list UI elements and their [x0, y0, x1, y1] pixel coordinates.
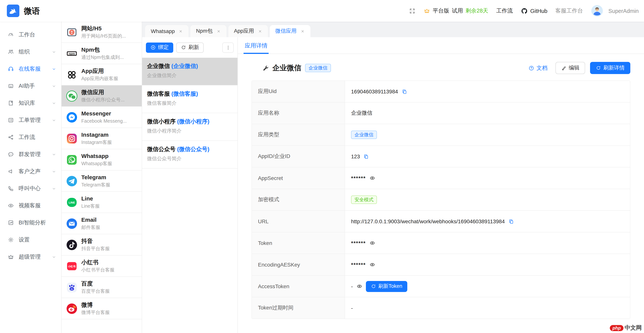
close-icon[interactable] [178, 29, 183, 33]
refresh-list-button[interactable]: 刷新 [176, 42, 204, 53]
doc-link[interactable]: 文档 [528, 64, 548, 72]
channel-item-npm[interactable]: npmNpm包通过Npm包集成到... [62, 43, 142, 64]
channel-name: Npm包 [81, 46, 124, 53]
sidebar-item-gear[interactable]: 设置 [0, 231, 61, 248]
copy-icon[interactable] [364, 154, 369, 159]
channel-item-appgrid[interactable]: App应用App应用内嵌客服 [62, 64, 142, 85]
sidebar-item-chart[interactable]: BI智能分析 [0, 214, 61, 231]
instance-item[interactable]: 微信客服 (微信客服)微信客服简介 [142, 85, 238, 113]
row-label: AccessToken [252, 276, 345, 297]
channel-item-weibo[interactable]: 微博微博平台客服 [62, 298, 142, 319]
tab-label: App应用 [234, 28, 254, 34]
plan-info[interactable]: 平台版 试用 剩余28天 [424, 7, 488, 14]
row-value: 1690460389113984 [351, 88, 398, 94]
book-icon [8, 100, 14, 106]
channel-item-xiaohongshu[interactable]: 小红书小红书小红书平台客服 [62, 256, 142, 277]
github-icon [521, 7, 528, 14]
refresh-token-button[interactable]: 刷新Token [366, 281, 407, 292]
sidebar-item-crown[interactable]: 超级管理 [0, 248, 61, 265]
avatar[interactable] [591, 4, 603, 17]
sidebar-item-eye[interactable]: 视频客服 [0, 197, 61, 214]
channel-desc: 抖音平台客服 [81, 246, 110, 252]
bind-button[interactable]: 绑定 [146, 42, 173, 53]
github-link[interactable]: GitHub [521, 7, 547, 14]
tab-label: Npm包 [196, 28, 212, 34]
channel-text: WhatsappWhatsapp客服 [81, 153, 112, 167]
channel-item-telegram[interactable]: TelegramTelegram客服 [62, 170, 142, 192]
channel-name: 网站/H5 [81, 25, 126, 32]
channel-item-douyin[interactable]: 抖音抖音平台客服 [62, 234, 142, 256]
weibo-icon [66, 303, 78, 314]
channel-item-messenger[interactable]: MessengerFacebook Messeng... [62, 107, 142, 128]
sidebar-item-dashboard[interactable]: 工作台 [0, 26, 61, 43]
channel-text: 微博微博平台客服 [81, 302, 110, 316]
fullscreen-icon[interactable] [409, 7, 416, 14]
row-label: 应用类型 [252, 124, 345, 145]
eye-view-icon[interactable] [369, 175, 375, 181]
sidebar-item-label: 视频客服 [18, 202, 41, 209]
instance-item[interactable]: 企业微信 (企业微信)企业微信简介 [142, 58, 238, 85]
sidebar-item-headset[interactable]: 在线客服 [0, 60, 61, 77]
refresh-detail-button[interactable]: 刷新详情 [590, 62, 630, 74]
kebab-icon [225, 45, 231, 50]
dashboard-icon [8, 31, 14, 38]
tab-2[interactable]: Npm包 [190, 25, 226, 37]
refresh-detail-label: 刷新详情 [603, 64, 624, 71]
channel-text: 抖音抖音平台客服 [81, 238, 110, 252]
copy-icon[interactable] [402, 89, 407, 94]
channel-item-email[interactable]: Email邮件客服 [62, 213, 142, 234]
instance-desc: 微信公众号简介 [147, 155, 233, 162]
table-row: AccessToken-刷新Token [252, 276, 630, 297]
tab-app-detail[interactable]: 应用详情 [244, 42, 268, 54]
channel-item-baidu[interactable]: du百度百度平台客服 [62, 277, 142, 298]
channel-name: Telegram [81, 174, 110, 181]
sidebar-item-share[interactable]: 工作流 [0, 129, 61, 146]
sidebar-item-chat-dots[interactable]: 群发管理 [0, 146, 61, 163]
row-value-cell: 123 [345, 146, 630, 167]
eye-view-icon[interactable] [369, 262, 375, 268]
edit-button-label: 编辑 [569, 64, 580, 71]
instagram-icon [66, 133, 78, 144]
instance-item[interactable]: 微信小程序 (微信小程序)微信小程序简介 [142, 113, 238, 141]
baidu-icon: du [66, 282, 78, 293]
sidebar-item-ticket[interactable]: 工单管理 [0, 112, 61, 129]
trial-label: 试用 [452, 7, 463, 14]
tab-1[interactable]: Whatsapp [145, 25, 188, 37]
workbench-link[interactable]: 客服工作台 [555, 7, 583, 14]
sidebar-item-phone[interactable]: 呼叫中心 [0, 180, 61, 197]
channel-text: MessengerFacebook Messeng... [81, 110, 127, 124]
row-value: http://127.0.0.1:9003/wechat/work/webhoo… [351, 218, 505, 224]
close-icon[interactable] [258, 29, 262, 33]
copy-icon[interactable] [508, 219, 514, 224]
eye-view-icon[interactable] [356, 283, 362, 289]
topbar: 微语 平台版 试用 剩余28天 工作流 GitHub 客服工作台 SuperAd… [0, 0, 644, 22]
tab-3[interactable]: App应用 [228, 25, 268, 37]
watermark-suffix: 中文网 [624, 324, 642, 332]
sidebar-item-people[interactable]: 组织 [0, 43, 61, 60]
tab-4[interactable]: 微信应用 [270, 25, 310, 37]
more-actions-button[interactable] [222, 42, 234, 53]
messenger-icon [66, 111, 78, 123]
sidebar-item-robot[interactable]: AI助手 [0, 77, 61, 94]
channel-item-website[interactable]: 网站/H5用于网站/H5页面的... [62, 22, 142, 43]
channel-item-instagram[interactable]: InstagramInstagram客服 [62, 128, 142, 149]
close-icon[interactable] [216, 29, 220, 33]
channel-item-wechat[interactable]: 微信应用微信小程序/公众号... [62, 85, 142, 107]
channel-item-line[interactable]: LINELineLine客服 [62, 192, 142, 213]
edit-button[interactable]: 编辑 [556, 62, 585, 74]
channel-item-whatsapp[interactable]: WhatsappWhatsapp客服 [62, 149, 142, 170]
eye-view-icon[interactable] [369, 240, 375, 246]
sidebar-item-label: 在线客服 [18, 65, 41, 72]
instance-panel: 绑定 刷新 企业微信 (企业微信)企业微信简介微信客服 (微信客服)微信客服简介… [142, 37, 238, 333]
workflow-link[interactable]: 工作流 [496, 7, 513, 14]
app-logo[interactable] [7, 4, 20, 17]
row-label: URL [252, 211, 345, 232]
table-row: 应用Uid1690460389113984 [252, 81, 630, 102]
sidebar-item-book[interactable]: 知识库 [0, 94, 61, 112]
sidebar-item-label: 工作流 [18, 134, 35, 141]
channel-text: InstagramInstagram客服 [81, 131, 112, 145]
sidebar-item-megaphone[interactable]: 客户之声 [0, 163, 61, 180]
row-label: Token过期时间 [252, 297, 345, 319]
instance-item[interactable]: 微信公众号 (微信公众号)微信公众号简介 [142, 141, 238, 169]
close-icon[interactable] [300, 29, 304, 33]
